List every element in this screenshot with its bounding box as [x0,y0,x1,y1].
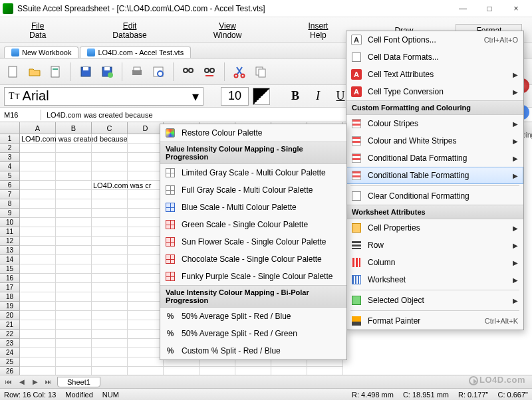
cell[interactable] [56,339,92,348]
cell[interactable] [128,162,164,171]
cell[interactable] [20,227,56,237]
col-header[interactable]: A [20,122,56,134]
submenu-funky-purple-scale[interactable]: Funky Purple Scale - Single Colour Palet… [160,268,346,285]
row-header[interactable]: 16 [0,274,20,283]
cell[interactable] [200,367,235,375]
font-name-combo[interactable]: Tᴛ Arial ▾ [4,87,203,106]
cell[interactable] [20,292,56,302]
row-header[interactable]: 21 [0,320,20,330]
cell[interactable] [128,348,164,357]
row-header[interactable]: 18 [0,292,20,302]
cell[interactable] [92,264,128,274]
cell[interactable] [92,255,128,264]
cell[interactable] [56,227,92,237]
cell[interactable] [164,367,200,375]
menu-file[interactable]: FileData [5,20,70,41]
cell[interactable] [20,320,56,330]
cell[interactable] [56,246,92,255]
cell[interactable] [20,367,56,375]
cell[interactable] [92,218,128,227]
menu-view[interactable]: ViewWindow [190,20,266,41]
find-button[interactable] [179,62,198,81]
cell[interactable] [128,330,164,339]
cell[interactable] [128,246,164,255]
cell[interactable] [56,330,92,339]
row-header[interactable]: 11 [0,227,20,237]
menu-colour-white-stripes[interactable]: Colour and White Stripes ▶ [346,132,523,150]
cell[interactable] [128,367,164,375]
cell[interactable] [271,367,307,375]
cell[interactable] [128,292,164,302]
bold-button[interactable]: B [286,87,305,106]
cell[interactable] [128,153,164,162]
cell[interactable] [56,348,92,357]
menu-cell-properties[interactable]: Cell Properties ▶ [346,219,523,237]
submenu-green-scale[interactable]: Green Scale - Single Colour Palette [160,216,346,233]
cell[interactable] [128,181,164,190]
save-as-button[interactable] [98,62,116,81]
cell[interactable] [128,237,164,246]
cell[interactable] [92,302,128,311]
cell[interactable] [56,190,92,199]
submenu-full-gray[interactable]: Full Gray Scale - Multi Colour Palette [160,181,346,199]
cell[interactable] [20,144,56,153]
menu-format-painter[interactable]: Format Painter Ctrl+Alt+K [346,312,523,330]
replace-button[interactable] [200,62,219,81]
save-button[interactable] [76,62,95,81]
cell[interactable] [56,237,92,246]
col-header[interactable]: D [128,122,164,134]
submenu-avg-split-rb[interactable]: % 50% Average Split - Red / Blue [160,308,346,325]
cell[interactable] [128,171,164,181]
cell[interactable] [20,190,56,199]
cell[interactable] [20,348,56,357]
row-header[interactable]: 24 [0,348,20,357]
cell[interactable] [128,274,164,283]
cell[interactable] [20,246,56,255]
sheet-tab[interactable]: Sheet1 [57,377,100,387]
cell[interactable] [307,367,343,375]
submenu-avg-split-rg[interactable]: % 50% Average Split - Red / Green [160,325,346,342]
copy-button[interactable] [251,62,270,81]
cell[interactable] [92,134,128,144]
cell[interactable] [56,264,92,274]
row-header[interactable]: 19 [0,302,20,311]
cell[interactable] [92,237,128,246]
cell[interactable] [92,367,128,375]
menu-column[interactable]: Column ▶ [346,254,523,271]
cell[interactable] [56,144,92,153]
cell[interactable] [92,357,128,367]
open-button[interactable] [25,62,44,81]
menu-cell-text-attributes[interactable]: A Cell Text Attributes ▶ [346,66,523,83]
font-color-swatch[interactable] [253,88,270,105]
cell[interactable] [235,367,271,375]
cell[interactable] [128,255,164,264]
cell[interactable] [128,283,164,292]
cell[interactable] [92,292,128,302]
cell[interactable] [56,162,92,171]
menu-clear-conditional-formatting[interactable]: Clear Conditional Formatting [346,187,523,205]
sheet-nav-last[interactable]: ⏭ [44,377,53,387]
row-header[interactable]: 1 [0,134,20,144]
col-header[interactable]: C [92,122,128,134]
cell[interactable] [92,348,128,357]
cell[interactable] [20,255,56,264]
cell[interactable] [128,134,164,144]
cell[interactable] [92,144,128,153]
cell[interactable] [92,274,128,283]
cell[interactable] [20,162,56,171]
row-header[interactable]: 22 [0,330,20,339]
submenu-custom-split-rb[interactable]: % Custom % Split - Red / Blue [160,342,346,359]
tab-active-document[interactable]: LO4D.com - Accel Test.vts [80,47,191,58]
cell[interactable] [128,209,164,218]
close-button[interactable]: × [503,1,529,16]
tab-new-workbook[interactable]: New Workbook [4,47,78,58]
sheet-nav-next[interactable]: ▶ [31,377,40,387]
cell[interactable] [128,144,164,153]
cell[interactable] [56,171,92,181]
cell[interactable] [20,302,56,311]
cell[interactable] [56,181,92,190]
cell[interactable] [92,209,128,218]
cell[interactable] [20,153,56,162]
cell[interactable] [56,357,92,367]
cell[interactable] [92,153,128,162]
